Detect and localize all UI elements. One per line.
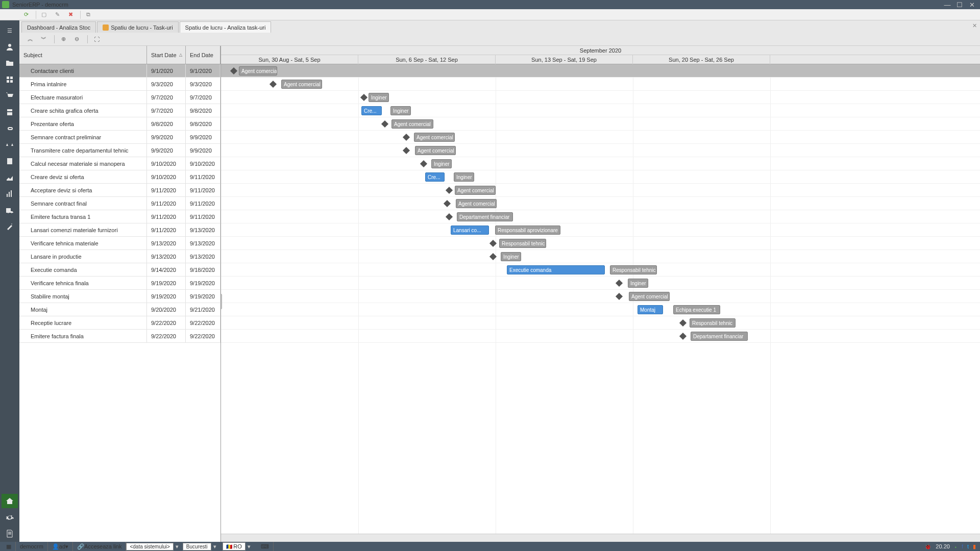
- task-bar[interactable]: Lansari co...: [451, 226, 489, 235]
- status-bug-icon[interactable]: 🐞: [922, 543, 934, 550]
- resource-label[interactable]: Agent comercial: [455, 186, 496, 195]
- status-grid-icon[interactable]: ▦: [2, 542, 16, 551]
- tab-0[interactable]: Dashboard - Analiza Stoc: [21, 21, 96, 33]
- milestone-diamond[interactable]: [679, 333, 687, 340]
- col-end-date[interactable]: End Date: [186, 46, 220, 64]
- table-row[interactable]: Contactare clienti9/1/20209/1/2020: [19, 64, 220, 78]
- resource-label[interactable]: Inginer: [390, 106, 411, 115]
- resource-label[interactable]: Departament financiar: [457, 212, 513, 221]
- table-row[interactable]: Stabilire montaj9/19/20209/19/2020: [19, 290, 220, 303]
- resource-label[interactable]: Agent comercial: [629, 292, 670, 301]
- resource-label[interactable]: Responsabil tehnic: [610, 265, 657, 274]
- maximize-button[interactable]: ☐: [953, 1, 966, 9]
- chain-icon[interactable]: [2, 121, 18, 136]
- home-icon[interactable]: [2, 494, 18, 508]
- person-icon[interactable]: [2, 40, 18, 54]
- table-row[interactable]: Semnare contract final9/11/20209/11/2020: [19, 197, 220, 210]
- col-start-date[interactable]: Start Date△: [147, 46, 186, 64]
- save-icon[interactable]: ▢: [38, 10, 50, 19]
- table-row[interactable]: Semnare contract preliminar9/9/20209/9/2…: [19, 131, 220, 144]
- task-bar[interactable]: Montaj: [638, 305, 663, 314]
- task-bar[interactable]: Cre...: [361, 106, 382, 115]
- edit-icon[interactable]: ✎: [52, 10, 63, 19]
- export-icon[interactable]: [2, 105, 18, 119]
- resource-label[interactable]: Agent comercial: [415, 146, 456, 155]
- tab-close-icon[interactable]: ✕: [972, 22, 977, 29]
- table-row[interactable]: Calcul necesar materiale si manopera9/10…: [19, 157, 220, 170]
- wand-icon[interactable]: [2, 219, 18, 234]
- milestone-diamond[interactable]: [679, 319, 687, 327]
- milestone-diamond[interactable]: [446, 213, 453, 220]
- table-row[interactable]: Executie comanda9/14/20209/18/2020: [19, 263, 220, 277]
- resource-label[interactable]: Agent comercial: [281, 80, 322, 89]
- table-row[interactable]: Verificare tehnica finala9/19/20209/19/2…: [19, 277, 220, 290]
- resource-label[interactable]: Echipa executie 1: [673, 305, 720, 314]
- zoom-in-icon[interactable]: ⊕: [58, 34, 69, 44]
- table-row[interactable]: Prezentare oferta9/8/20209/8/2020: [19, 117, 220, 131]
- table-row[interactable]: Emitere factura finala9/22/20209/22/2020: [19, 330, 220, 343]
- table-row[interactable]: Emitere factura transa 19/11/20209/11/20…: [19, 210, 220, 223]
- report-icon[interactable]: [2, 527, 18, 541]
- table-row[interactable]: Verificare tehnica materiale9/13/20209/1…: [19, 237, 220, 250]
- tab-2[interactable]: Spatiu de lucru - Analiza task-uri: [180, 21, 272, 33]
- status-location[interactable]: Bucuresti: [183, 543, 211, 550]
- status-user[interactable]: 👤 ad ▾: [48, 542, 73, 551]
- resource-label[interactable]: Inginer: [454, 172, 474, 182]
- milestone-diamond[interactable]: [381, 120, 388, 128]
- rss-icon[interactable]: ▮: [971, 543, 978, 550]
- building-icon[interactable]: [2, 154, 18, 168]
- table-row[interactable]: Acceptare deviz si oferta9/11/20209/11/2…: [19, 184, 220, 197]
- table-row[interactable]: Prima intalnire9/3/20209/3/2020: [19, 78, 220, 91]
- milestone-diamond[interactable]: [446, 187, 453, 194]
- cart-icon[interactable]: [2, 89, 18, 103]
- resource-label[interactable]: Agent comercial: [456, 199, 497, 208]
- status-lang[interactable]: 🇷🇴 RO: [223, 542, 246, 550]
- splitter-handle[interactable]: [221, 294, 222, 309]
- folder-icon[interactable]: [2, 56, 18, 70]
- chart-icon[interactable]: [2, 170, 18, 185]
- table-row[interactable]: Receptie lucrare9/22/20209/22/2020: [19, 316, 220, 330]
- resource-label[interactable]: Responsabil tehnic: [499, 239, 546, 248]
- milestone-diamond[interactable]: [270, 81, 277, 88]
- facebook-icon[interactable]: f: [960, 543, 965, 549]
- milestone-diamond[interactable]: [444, 200, 451, 207]
- twitter-icon[interactable]: t: [965, 543, 971, 549]
- share-icon[interactable]: ⬩: [952, 543, 960, 549]
- tab-1[interactable]: Spatiu de lucru - Task-uri: [97, 21, 178, 33]
- table-row[interactable]: Transmitere catre departamentul tehnic9/…: [19, 144, 220, 157]
- bars-icon[interactable]: [2, 187, 18, 201]
- delete-icon[interactable]: ✖: [65, 10, 76, 19]
- table-row[interactable]: Efectuare masuratori9/7/20209/7/2020: [19, 91, 220, 104]
- collapse-up-icon[interactable]: ︽: [24, 34, 36, 44]
- milestone-diamond[interactable]: [403, 134, 410, 141]
- status-db[interactable]: democrm: [16, 542, 48, 551]
- task-bar[interactable]: Executie comanda: [507, 265, 605, 274]
- h-scrollbar[interactable]: [221, 534, 980, 542]
- status-date[interactable]: <data sistemului>: [126, 543, 173, 550]
- milestone-diamond[interactable]: [616, 293, 623, 300]
- table-row[interactable]: Montaj9/20/20209/21/2020: [19, 303, 220, 316]
- link-icon[interactable]: ⧉: [83, 10, 94, 19]
- milestone-diamond[interactable]: [360, 94, 368, 101]
- resource-label[interactable]: Responsbil tehnic: [690, 318, 736, 328]
- status-keyboard-icon[interactable]: ⌨: [257, 542, 274, 551]
- gear-icon[interactable]: [2, 510, 18, 524]
- scale-icon[interactable]: [2, 138, 18, 152]
- table-row[interactable]: Lansari comenzi materiale furnizori9/11/…: [19, 223, 220, 237]
- col-subject[interactable]: Subject: [19, 46, 147, 64]
- status-link[interactable]: 🔗 Acceseaza link: [73, 542, 126, 551]
- resource-label[interactable]: Inginer: [628, 279, 648, 288]
- milestone-diamond[interactable]: [403, 147, 410, 154]
- milestone-diamond[interactable]: [230, 67, 237, 74]
- table-row[interactable]: Creare deviz si oferta9/10/20209/11/2020: [19, 170, 220, 184]
- table-row[interactable]: Lansare in productie9/13/20209/13/2020: [19, 250, 220, 263]
- resource-label[interactable]: Agent comercial: [391, 119, 433, 129]
- menu-icon[interactable]: ☰: [2, 23, 18, 38]
- truck-icon[interactable]: [2, 203, 18, 217]
- task-bar[interactable]: Cre...: [425, 172, 445, 182]
- resource-label[interactable]: Inginer: [501, 252, 521, 261]
- milestone-diamond[interactable]: [489, 240, 497, 247]
- milestone-diamond[interactable]: [489, 253, 497, 260]
- module-icon[interactable]: [2, 72, 18, 87]
- close-button[interactable]: ✕: [966, 1, 978, 9]
